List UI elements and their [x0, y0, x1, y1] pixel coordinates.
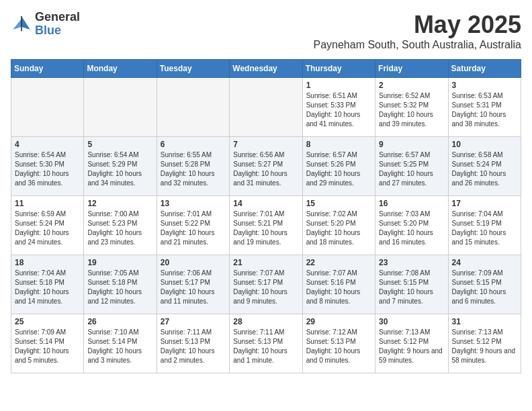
- cell-info: Sunrise: 7:10 AMSunset: 5:14 PMDaylight:…: [87, 328, 152, 365]
- day-number: 8: [306, 140, 371, 149]
- svg-marker-2: [13, 19, 21, 30]
- cell-info: Sunrise: 7:07 AMSunset: 5:16 PMDaylight:…: [306, 269, 371, 306]
- calendar-cell: 24Sunrise: 7:09 AMSunset: 5:15 PMDayligh…: [448, 255, 521, 314]
- day-header-friday: Friday: [375, 60, 448, 78]
- cell-info: Sunrise: 6:54 AMSunset: 5:30 PMDaylight:…: [15, 150, 80, 188]
- day-number: 26: [87, 317, 152, 326]
- cell-info: Sunrise: 7:09 AMSunset: 5:14 PMDaylight:…: [15, 328, 80, 365]
- day-number: 25: [15, 317, 80, 326]
- location-subtitle: Payneham South, South Australia, Austral…: [313, 39, 521, 51]
- calendar-cell: 23Sunrise: 7:08 AMSunset: 5:15 PMDayligh…: [375, 255, 448, 314]
- cell-info: Sunrise: 6:57 AMSunset: 5:25 PMDaylight:…: [379, 150, 444, 188]
- day-number: 27: [161, 317, 226, 326]
- calendar-cell: 3Sunrise: 6:53 AMSunset: 5:31 PMDaylight…: [448, 78, 521, 137]
- logo: General Blue: [11, 11, 80, 38]
- cell-info: Sunrise: 7:08 AMSunset: 5:15 PMDaylight:…: [379, 269, 444, 306]
- calendar-cell: 20Sunrise: 7:06 AMSunset: 5:17 PMDayligh…: [157, 255, 229, 314]
- day-header-thursday: Thursday: [302, 60, 375, 78]
- calendar-cell: 13Sunrise: 7:01 AMSunset: 5:22 PMDayligh…: [157, 196, 229, 255]
- cell-info: Sunrise: 6:54 AMSunset: 5:29 PMDaylight:…: [87, 150, 152, 188]
- day-header-tuesday: Tuesday: [157, 60, 229, 78]
- week-row-2: 4Sunrise: 6:54 AMSunset: 5:30 PMDaylight…: [11, 137, 521, 196]
- cell-info: Sunrise: 7:11 AMSunset: 5:13 PMDaylight:…: [161, 328, 226, 365]
- cell-info: Sunrise: 6:52 AMSunset: 5:32 PMDaylight:…: [379, 91, 444, 129]
- calendar-cell: [157, 78, 229, 137]
- logo-icon: [11, 13, 32, 35]
- calendar-cell: [84, 78, 157, 137]
- calendar-cell: 28Sunrise: 7:11 AMSunset: 5:13 PMDayligh…: [230, 314, 302, 373]
- calendar-cell: 4Sunrise: 6:54 AMSunset: 5:30 PMDaylight…: [11, 137, 84, 196]
- cell-info: Sunrise: 6:59 AMSunset: 5:24 PMDaylight:…: [15, 210, 80, 247]
- calendar-cell: 17Sunrise: 7:04 AMSunset: 5:19 PMDayligh…: [448, 196, 521, 255]
- day-number: 5: [87, 140, 152, 149]
- day-number: 15: [306, 199, 371, 208]
- cell-info: Sunrise: 7:06 AMSunset: 5:17 PMDaylight:…: [161, 269, 226, 306]
- day-number: 23: [379, 258, 444, 267]
- calendar-cell: 11Sunrise: 6:59 AMSunset: 5:24 PMDayligh…: [11, 196, 84, 255]
- day-number: 31: [452, 317, 517, 326]
- cell-info: Sunrise: 7:13 AMSunset: 5:12 PMDaylight:…: [379, 328, 444, 365]
- day-number: 24: [452, 258, 517, 267]
- day-number: 30: [379, 317, 444, 326]
- cell-info: Sunrise: 6:55 AMSunset: 5:28 PMDaylight:…: [161, 150, 226, 188]
- week-row-4: 18Sunrise: 7:04 AMSunset: 5:18 PMDayligh…: [11, 255, 521, 314]
- day-number: 6: [161, 140, 226, 149]
- calendar-header-row: SundayMondayTuesdayWednesdayThursdayFrid…: [11, 60, 521, 78]
- cell-info: Sunrise: 7:04 AMSunset: 5:18 PMDaylight:…: [15, 269, 80, 306]
- cell-info: Sunrise: 7:04 AMSunset: 5:19 PMDaylight:…: [452, 210, 517, 247]
- cell-info: Sunrise: 7:09 AMSunset: 5:15 PMDaylight:…: [452, 269, 517, 306]
- day-number: 11: [15, 199, 80, 208]
- day-number: 12: [87, 199, 152, 208]
- svg-rect-3: [21, 16, 22, 31]
- day-number: 1: [306, 81, 371, 90]
- cell-info: Sunrise: 6:51 AMSunset: 5:33 PMDaylight:…: [306, 91, 371, 129]
- day-header-sunday: Sunday: [11, 60, 84, 78]
- calendar-cell: [11, 78, 84, 137]
- day-number: 22: [306, 258, 371, 267]
- week-row-3: 11Sunrise: 6:59 AMSunset: 5:24 PMDayligh…: [11, 196, 521, 255]
- day-number: 14: [233, 199, 298, 208]
- calendar-cell: 27Sunrise: 7:11 AMSunset: 5:13 PMDayligh…: [157, 314, 229, 373]
- day-number: 29: [306, 317, 371, 326]
- calendar-cell: 16Sunrise: 7:03 AMSunset: 5:20 PMDayligh…: [375, 196, 448, 255]
- day-number: 3: [452, 81, 517, 90]
- day-number: 2: [379, 81, 444, 90]
- cell-info: Sunrise: 7:00 AMSunset: 5:23 PMDaylight:…: [87, 210, 152, 247]
- cell-info: Sunrise: 7:03 AMSunset: 5:20 PMDaylight:…: [379, 210, 444, 247]
- cell-info: Sunrise: 7:02 AMSunset: 5:20 PMDaylight:…: [306, 210, 371, 247]
- week-row-5: 25Sunrise: 7:09 AMSunset: 5:14 PMDayligh…: [11, 314, 521, 373]
- title-block: May 2025 Payneham South, South Australia…: [313, 11, 521, 51]
- cell-info: Sunrise: 7:12 AMSunset: 5:13 PMDaylight:…: [306, 328, 371, 365]
- week-row-1: 1Sunrise: 6:51 AMSunset: 5:33 PMDaylight…: [11, 78, 521, 137]
- day-number: 10: [452, 140, 517, 149]
- cell-info: Sunrise: 6:56 AMSunset: 5:27 PMDaylight:…: [233, 150, 298, 188]
- calendar-cell: 1Sunrise: 6:51 AMSunset: 5:33 PMDaylight…: [302, 78, 375, 137]
- day-number: 20: [161, 258, 226, 267]
- calendar-cell: 6Sunrise: 6:55 AMSunset: 5:28 PMDaylight…: [157, 137, 229, 196]
- cell-info: Sunrise: 7:11 AMSunset: 5:13 PMDaylight:…: [233, 328, 298, 365]
- calendar-cell: 8Sunrise: 6:57 AMSunset: 5:26 PMDaylight…: [302, 137, 375, 196]
- calendar-cell: 9Sunrise: 6:57 AMSunset: 5:25 PMDaylight…: [375, 137, 448, 196]
- calendar-cell: 10Sunrise: 6:58 AMSunset: 5:24 PMDayligh…: [448, 137, 521, 196]
- day-number: 13: [161, 199, 226, 208]
- calendar-cell: 18Sunrise: 7:04 AMSunset: 5:18 PMDayligh…: [11, 255, 84, 314]
- calendar-cell: 31Sunrise: 7:13 AMSunset: 5:12 PMDayligh…: [448, 314, 521, 373]
- calendar-cell: 22Sunrise: 7:07 AMSunset: 5:16 PMDayligh…: [302, 255, 375, 314]
- calendar-cell: 2Sunrise: 6:52 AMSunset: 5:32 PMDaylight…: [375, 78, 448, 137]
- day-number: 21: [233, 258, 298, 267]
- page-header: General Blue May 2025 Payneham South, So…: [11, 11, 521, 51]
- calendar-cell: 29Sunrise: 7:12 AMSunset: 5:13 PMDayligh…: [302, 314, 375, 373]
- logo-text: General Blue: [35, 11, 80, 38]
- day-number: 9: [379, 140, 444, 149]
- calendar-cell: 19Sunrise: 7:05 AMSunset: 5:18 PMDayligh…: [84, 255, 157, 314]
- cell-info: Sunrise: 6:57 AMSunset: 5:26 PMDaylight:…: [306, 150, 371, 188]
- cell-info: Sunrise: 7:13 AMSunset: 5:12 PMDaylight:…: [452, 328, 517, 365]
- cell-info: Sunrise: 7:01 AMSunset: 5:21 PMDaylight:…: [233, 210, 298, 247]
- calendar-cell: 30Sunrise: 7:13 AMSunset: 5:12 PMDayligh…: [375, 314, 448, 373]
- calendar-cell: 12Sunrise: 7:00 AMSunset: 5:23 PMDayligh…: [84, 196, 157, 255]
- calendar-cell: [230, 78, 302, 137]
- day-header-monday: Monday: [84, 60, 157, 78]
- day-number: 17: [452, 199, 517, 208]
- day-number: 7: [233, 140, 298, 149]
- calendar-cell: 26Sunrise: 7:10 AMSunset: 5:14 PMDayligh…: [84, 314, 157, 373]
